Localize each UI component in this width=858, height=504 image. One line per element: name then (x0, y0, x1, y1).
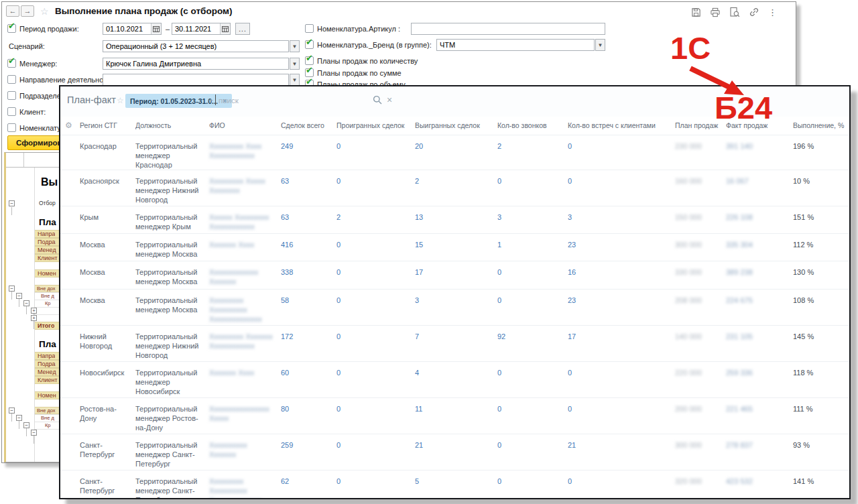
collapse-toggle-icon[interactable]: − (9, 407, 15, 414)
lost-deals-link[interactable]: 0 (336, 135, 415, 170)
table-row[interactable]: НовосибирскТерриториальный менеджер Ново… (60, 361, 849, 397)
meetings-count-link[interactable]: 0 (568, 135, 675, 170)
forward-button[interactable]: → (21, 5, 34, 17)
combo-dropdown-button[interactable]: ▼ (290, 40, 300, 52)
checkbox-unchecked[interactable] (7, 107, 16, 116)
collapse-toggle-icon[interactable]: − (9, 200, 15, 206)
collapse-toggle-icon[interactable]: − (23, 300, 29, 306)
favorite-star-icon[interactable]: ☆ (40, 6, 49, 17)
calls-count-link[interactable]: 3 (497, 206, 568, 233)
settings-gear-icon[interactable]: ⚙ (60, 117, 80, 135)
lost-deals-link[interactable]: 2 (336, 206, 415, 233)
deals-total-link[interactable]: 249 (281, 135, 336, 170)
meetings-count-link[interactable]: 16 (568, 261, 675, 289)
expand-toggle-icon[interactable]: + (31, 308, 37, 314)
fio-cell[interactable]: Ххххххххх ХххххХххххххх (209, 170, 281, 206)
table-row[interactable]: КрасноярскТерриториальный менеджер Нижни… (60, 170, 849, 206)
calls-count-link[interactable]: 1 (497, 233, 568, 261)
calendar-icon[interactable] (222, 23, 229, 35)
lost-deals-link[interactable]: 0 (336, 470, 415, 499)
date-to-input[interactable]: 30.11.2021 (172, 23, 231, 35)
won-deals-link[interactable]: 5 (415, 470, 497, 499)
table-row[interactable]: Нижний НовгородТерриториальный менеджер … (60, 325, 849, 361)
meetings-count-link[interactable]: 17 (568, 325, 675, 361)
table-row[interactable]: Санкт-ПетербургТерриториальный менеджер … (60, 470, 849, 499)
won-deals-link[interactable]: 21 (415, 434, 497, 470)
combo-dropdown-button[interactable]: ▼ (290, 74, 300, 86)
calls-count-link[interactable]: 0 (497, 434, 568, 470)
lost-deals-link[interactable]: 0 (336, 233, 415, 261)
calls-count-link[interactable]: 2 (497, 135, 568, 170)
combo-dropdown-button[interactable]: ▼ (595, 39, 605, 51)
calls-count-link[interactable]: 0 (497, 289, 568, 325)
lost-deals-link[interactable]: 0 (336, 434, 415, 470)
checkbox-unchecked[interactable] (7, 75, 16, 84)
fact-masked-cell[interactable]: 16 067 (726, 170, 793, 206)
fact-masked-cell[interactable]: 259 336 (726, 361, 793, 397)
deals-total-link[interactable]: 60 (281, 361, 336, 397)
deals-total-link[interactable]: 62 (281, 470, 336, 499)
lost-deals-link[interactable]: 0 (336, 170, 415, 206)
meetings-count-link[interactable]: 0 (568, 397, 675, 434)
fact-masked-cell[interactable]: 278 837 (726, 434, 793, 470)
search-icon[interactable] (373, 95, 382, 105)
calls-count-link[interactable]: 0 (497, 397, 568, 434)
fio-cell[interactable]: Хххххх ХххххххххХххххххххххх (209, 206, 281, 233)
checkbox-checked[interactable]: ✔ (7, 59, 16, 68)
back-button[interactable]: ← (6, 5, 19, 17)
search-clear-icon[interactable]: × (387, 94, 392, 105)
more-menu-icon[interactable]: ⋮ (768, 7, 777, 17)
fio-cell[interactable]: ХххххххххххxхХхххххх (209, 261, 281, 289)
grid-favorite-star-icon[interactable]: ☆ (117, 96, 124, 105)
meetings-count-link[interactable]: 0 (568, 361, 675, 397)
calendar-button[interactable] (151, 23, 161, 34)
fact-masked-cell[interactable]: 391 140 (726, 135, 793, 170)
date-from-input[interactable]: 01.10.2021 (103, 23, 162, 35)
search-input[interactable]: поиск (219, 97, 239, 105)
combo-input[interactable]: Крючок Галина Дмитриевна (103, 58, 289, 70)
won-deals-link[interactable]: 15 (415, 233, 497, 261)
fio-cell[interactable]: ХххххххххХхххххххххХххххххххххххх (209, 289, 281, 325)
fact-masked-cell[interactable]: 226 108 (726, 206, 793, 233)
collapse-toggle-icon[interactable]: − (31, 430, 37, 436)
fio-cell[interactable]: Ххххххх Хххх (209, 233, 281, 261)
meetings-count-link[interactable]: 3 (568, 206, 675, 233)
won-deals-link[interactable]: 20 (415, 135, 497, 170)
deals-total-link[interactable]: 416 (281, 233, 336, 261)
checkbox-unchecked[interactable] (7, 123, 16, 132)
text-input[interactable] (411, 23, 605, 35)
table-row[interactable]: МоскваТерриториальный менеджер МоскваХхх… (60, 261, 849, 289)
checkbox-checked[interactable]: ✔ (305, 40, 314, 49)
collapse-toggle-icon[interactable]: − (16, 293, 22, 299)
won-deals-link[interactable]: 17 (415, 261, 497, 289)
combo-dropdown-button[interactable]: ▼ (290, 58, 300, 70)
meetings-count-link[interactable]: 23 (568, 233, 675, 261)
checkbox-checked[interactable]: ✔ (305, 56, 314, 65)
expand-toggle-icon[interactable]: + (31, 315, 37, 321)
deals-total-link[interactable]: 63 (281, 206, 336, 233)
combo-input[interactable]: ЧТМ (436, 39, 595, 51)
table-row[interactable]: МоскваТерриториальный менеджер МоскваХхх… (60, 233, 849, 261)
print-icon[interactable] (710, 7, 721, 17)
deals-total-link[interactable]: 259 (281, 434, 336, 470)
table-row[interactable]: Ростов-на-ДонуТерриториальный менеджер Р… (60, 397, 849, 434)
calendar-button[interactable] (220, 23, 230, 34)
fact-masked-cell[interactable]: 423 532 (726, 470, 793, 499)
lost-deals-link[interactable]: 0 (336, 289, 415, 325)
fact-masked-cell[interactable]: 335 304 (726, 233, 793, 261)
deals-total-link[interactable]: 172 (281, 325, 336, 361)
fio-cell[interactable]: ХхххххххххХхххххх (209, 434, 281, 470)
save-icon[interactable] (691, 7, 701, 17)
meetings-count-link[interactable]: 0 (568, 170, 675, 206)
fact-masked-cell[interactable]: 221 465 (726, 397, 793, 434)
won-deals-link[interactable]: 4 (415, 361, 497, 397)
won-deals-link[interactable]: 2 (415, 170, 497, 206)
fio-cell[interactable]: ХхххххххххххххххХхххх (209, 397, 281, 434)
won-deals-link[interactable]: 13 (415, 206, 497, 233)
combo-input[interactable] (103, 74, 289, 86)
calls-count-link[interactable]: 0 (497, 361, 568, 397)
period-more-button[interactable]: ... (235, 23, 250, 35)
fact-masked-cell[interactable]: 389 238 (726, 261, 793, 289)
deals-total-link[interactable]: 80 (281, 397, 336, 434)
table-row[interactable]: МоскваТерриториальный менеджер МоскваХхх… (60, 289, 849, 325)
